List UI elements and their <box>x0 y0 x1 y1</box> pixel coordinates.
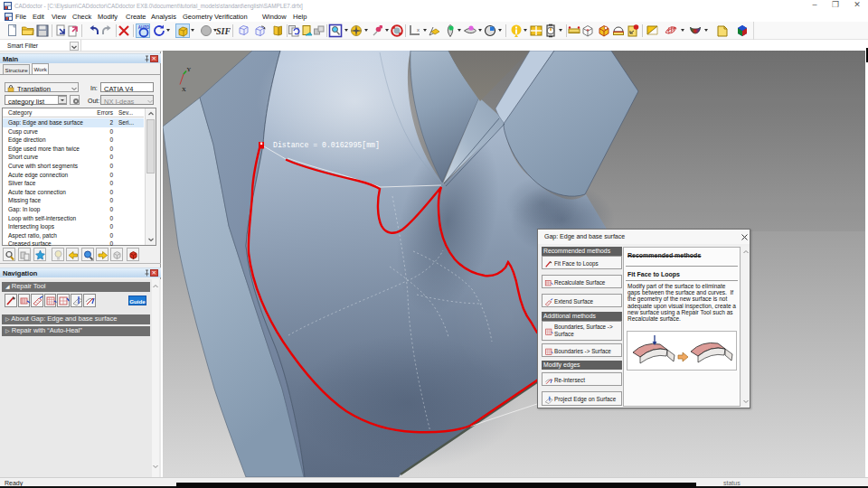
svg-text:X: X <box>182 86 186 92</box>
svg-text:x: x <box>417 27 420 33</box>
svg-text:Distance = 0.0162995[mm]: Distance = 0.0162995[mm] <box>273 141 380 149</box>
svg-text:AUTO: AUTO <box>138 25 150 30</box>
svg-text:SIF: SIF <box>216 26 231 36</box>
svg-text:Y: Y <box>187 66 192 72</box>
